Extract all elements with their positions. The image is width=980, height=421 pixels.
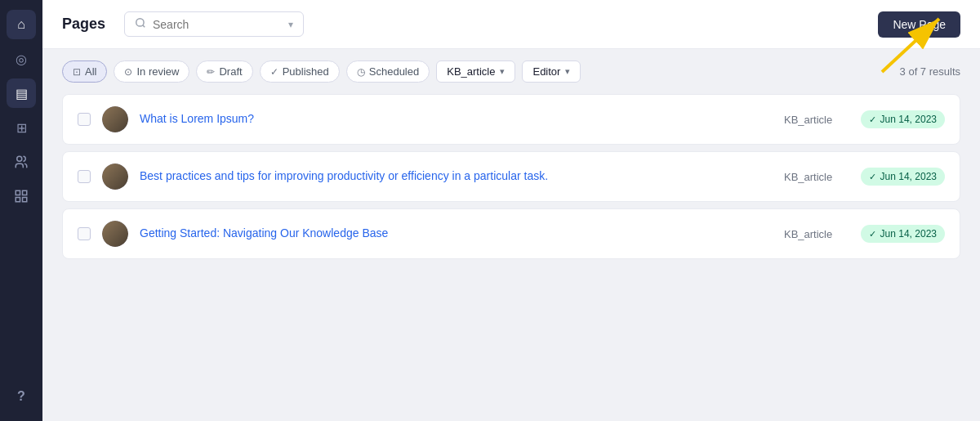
editor-dropdown[interactable]: Editor ▾ (522, 60, 581, 83)
svg-rect-2 (23, 190, 27, 195)
svg-rect-3 (16, 198, 20, 202)
page-date-3: ✓ Jun 14, 2023 (861, 225, 945, 243)
date-text-2: Jun 14, 2023 (880, 171, 937, 182)
sidebar: ⌂ ◎ ▤ ⊞ ? (0, 0, 42, 421)
sidebar-icon-users[interactable] (7, 147, 36, 177)
draft-icon: ✏ (207, 66, 215, 78)
avatar-1 (102, 106, 128, 132)
check-icon-3: ✓ (869, 229, 876, 240)
editor-label: Editor (532, 65, 560, 78)
sidebar-icon-pages[interactable]: ▤ (7, 78, 36, 108)
in-review-icon: ⊙ (124, 66, 132, 78)
filter-chip-all[interactable]: ⊡ All (62, 60, 107, 83)
new-page-button[interactable]: New Page (878, 11, 960, 38)
page-type-3: KB_article (768, 228, 849, 240)
page-date-1: ✓ Jun 14, 2023 (861, 110, 945, 128)
search-dropdown-arrow[interactable]: ▾ (288, 19, 293, 30)
page-type-1: KB_article (768, 114, 849, 126)
row-checkbox-3[interactable] (78, 227, 91, 240)
page-title-2: Best practices and tips for improving pr… (140, 168, 756, 185)
sidebar-icon-home[interactable]: ⌂ (7, 10, 36, 39)
filter-chip-in-review-label: In review (136, 65, 179, 78)
svg-point-0 (17, 156, 22, 161)
svg-rect-4 (23, 198, 27, 202)
article-type-dropdown[interactable]: KB_article ▾ (436, 60, 515, 83)
published-icon: ✓ (270, 66, 278, 78)
article-type-caret-icon: ▾ (500, 66, 505, 77)
filter-chip-scheduled[interactable]: ◷ Scheduled (346, 60, 430, 83)
search-icon (135, 17, 146, 31)
filter-chip-published-label: Published (283, 65, 329, 78)
avatar-2 (102, 163, 128, 190)
search-input[interactable] (153, 18, 282, 31)
all-icon: ⊡ (73, 66, 81, 78)
filter-chip-draft-label: Draft (219, 65, 242, 78)
table-row[interactable]: Best practices and tips for improving pr… (62, 151, 960, 202)
filter-chip-draft[interactable]: ✏ Draft (196, 60, 252, 83)
svg-line-6 (143, 25, 145, 28)
avatar-3 (102, 221, 128, 247)
date-text-1: Jun 14, 2023 (880, 114, 937, 125)
svg-point-5 (136, 19, 144, 26)
page-date-2: ✓ Jun 14, 2023 (861, 168, 945, 186)
svg-rect-1 (16, 190, 20, 195)
filter-chip-all-label: All (85, 65, 96, 78)
page-title-1: What is Lorem Ipsum? (140, 111, 756, 128)
page-title: Pages (62, 16, 111, 33)
scheduled-icon: ◷ (357, 66, 365, 78)
check-icon-2: ✓ (869, 172, 876, 182)
filter-chip-scheduled-label: Scheduled (369, 65, 419, 78)
sidebar-icon-grid[interactable]: ⊞ (7, 113, 36, 142)
table-row[interactable]: Getting Started: Navigating Our Knowledg… (62, 208, 960, 259)
filter-chip-in-review[interactable]: ⊙ In review (114, 60, 189, 83)
row-checkbox-1[interactable] (78, 113, 91, 126)
pages-list: What is Lorem Ipsum? KB_article ✓ Jun 14… (42, 94, 980, 421)
article-type-label: KB_article (447, 65, 495, 78)
table-row[interactable]: What is Lorem Ipsum? KB_article ✓ Jun 14… (62, 94, 960, 145)
search-wrapper[interactable]: ▾ (124, 11, 304, 37)
page-type-2: KB_article (768, 171, 849, 183)
sidebar-icon-reports[interactable] (7, 181, 36, 211)
editor-caret-icon: ▾ (565, 66, 570, 77)
main-content: Pages ▾ New Page ⊡ All (42, 0, 980, 421)
sidebar-icon-activity[interactable]: ◎ (7, 44, 36, 74)
page-title-3: Getting Started: Navigating Our Knowledg… (140, 226, 756, 242)
row-checkbox-2[interactable] (78, 170, 91, 183)
results-count: 3 of 7 results (900, 65, 960, 78)
header: Pages ▾ New Page (42, 0, 980, 49)
sidebar-icon-help[interactable]: ? (7, 382, 36, 411)
check-icon-1: ✓ (869, 114, 876, 125)
filter-bar: ⊡ All ⊙ In review ✏ Draft ✓ Published ◷ … (42, 49, 980, 94)
date-text-3: Jun 14, 2023 (880, 228, 937, 240)
filter-chip-published[interactable]: ✓ Published (260, 60, 340, 83)
